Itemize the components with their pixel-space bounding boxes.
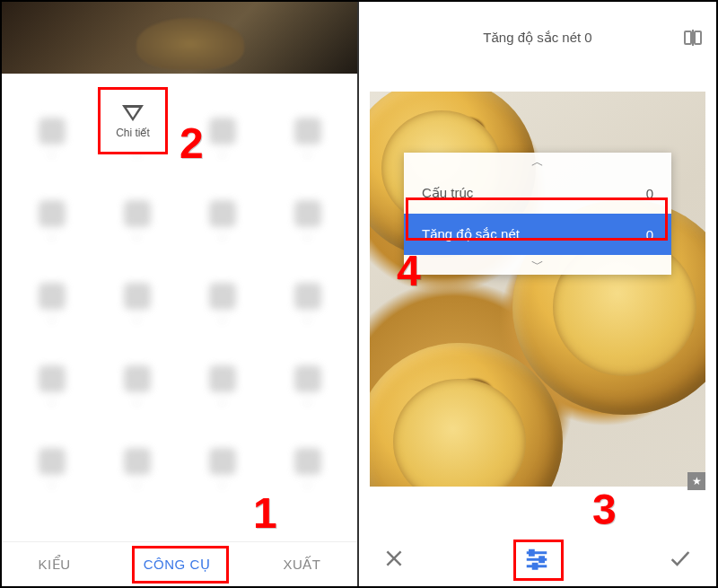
favorite-icon[interactable]: ★ — [687, 472, 705, 490]
close-icon[interactable] — [382, 547, 406, 574]
svg-rect-10 — [533, 564, 537, 568]
structure-label: Cấu trúc — [422, 185, 473, 201]
tool-details-label: Chi tiết — [116, 127, 150, 139]
chevron-up-icon[interactable]: ︿ — [404, 153, 671, 172]
adjustment-menu[interactable]: ︿ Cấu trúc 0 Tăng độ sắc nét 0 ﹀ — [404, 153, 671, 275]
svg-rect-9 — [540, 557, 544, 562]
effect-title: Tăng độ sắc nét 0 — [483, 30, 591, 46]
tab-styles[interactable]: KIỂU — [28, 551, 82, 578]
menu-row-structure[interactable]: Cấu trúc 0 — [404, 172, 671, 214]
tools-sheet: ─ ─ ─ ─ ─ ─ ─ ─ ─ ─ ─ ─ ─ ─ ─ ─ ─ ─ ─ ─ — [2, 74, 357, 586]
screenshot-left: ─ ─ ─ ─ ─ ─ ─ ─ ─ ─ ─ ─ ─ ─ ─ ─ ─ ─ ─ ─ — [2, 2, 359, 586]
editor-image[interactable] — [370, 92, 705, 487]
tab-export[interactable]: XUẤT — [272, 551, 331, 578]
chevron-down-icon[interactable]: ﹀ — [404, 255, 671, 275]
check-icon[interactable] — [668, 546, 693, 575]
svg-rect-0 — [685, 31, 691, 44]
tab-tools[interactable]: CÔNG CỤ — [133, 551, 222, 578]
tools-grid-blurred: ─ ─ ─ ─ ─ ─ ─ ─ ─ ─ ─ ─ ─ ─ ─ ─ ─ ─ ─ ─ — [2, 92, 357, 541]
sharpen-value: 0 — [646, 227, 653, 242]
svg-rect-8 — [530, 550, 534, 555]
bottom-tabs: KIỂU CÔNG CỤ XUẤT — [2, 541, 357, 586]
menu-row-sharpen[interactable]: Tăng độ sắc nét 0 — [404, 214, 671, 255]
svg-rect-1 — [695, 31, 701, 44]
structure-value: 0 — [646, 186, 653, 201]
sliders-icon[interactable] — [523, 545, 550, 575]
compare-icon[interactable] — [682, 27, 704, 48]
editor-toolbar — [359, 534, 716, 586]
screenshot-right: Tăng độ sắc nét 0 ︿ Cấu trúc 0 Tăng độ s… — [359, 2, 716, 586]
editor-header: Tăng độ sắc nét 0 — [359, 2, 716, 74]
annotation-3: 3 — [592, 485, 617, 534]
sharpen-label: Tăng độ sắc nét — [422, 226, 520, 242]
tool-details[interactable]: Chi tiết — [96, 90, 170, 154]
preview-image-strip — [2, 2, 357, 74]
details-icon — [122, 105, 144, 121]
